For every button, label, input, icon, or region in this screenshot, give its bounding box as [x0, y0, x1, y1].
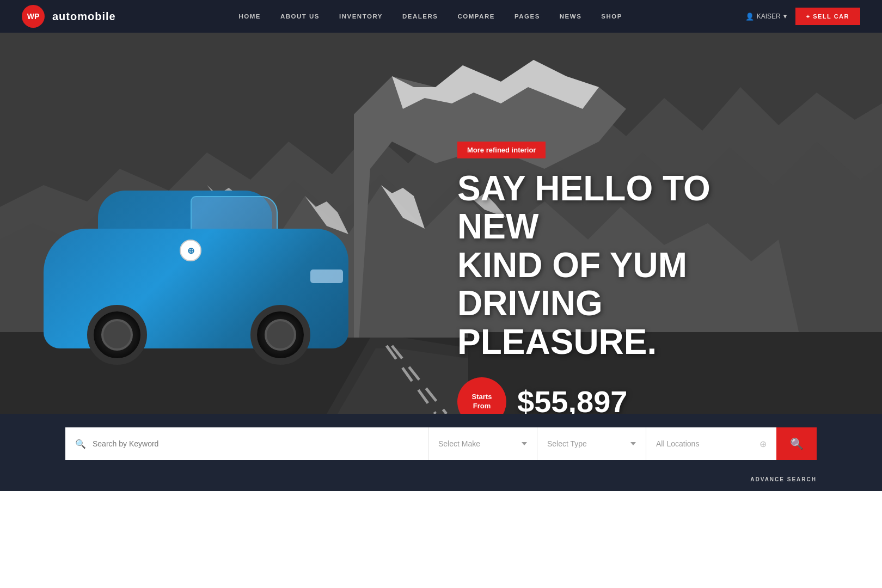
brand-name: automobile [52, 10, 116, 23]
hero-car: ⊕ [44, 163, 359, 370]
select-make-wrapper[interactable]: Select Make [428, 427, 537, 460]
nav-shop[interactable]: SHOP [601, 13, 622, 20]
nav-dealers[interactable]: DEALERS [402, 13, 438, 20]
navbar-right: 👤 KAISER ▾ + SELL CAR [745, 8, 860, 25]
navbar: WP automobile HOME ABOUT US INVENTORY DE… [0, 0, 882, 33]
starts-from-badge: Starts From [457, 377, 506, 414]
location-wrapper[interactable]: All Locations ⊕ [646, 427, 776, 460]
hero-title-line1: SAY HELLO TO NEW [457, 169, 784, 246]
sell-car-button[interactable]: + SELL CAR [795, 8, 860, 25]
logo-icon: WP [22, 5, 45, 28]
user-chevron-icon: ▾ [783, 13, 787, 20]
location-label: All Locations [656, 439, 755, 448]
hero-title: SAY HELLO TO NEW KIND OF YUM DRIVING PLE… [457, 169, 784, 361]
nav-pages[interactable]: PAGES [514, 13, 540, 20]
nav-compare[interactable]: COMPARE [457, 13, 494, 20]
hero-price: $55,897 [517, 384, 627, 414]
advance-search-row: ADVANCE SEARCH [0, 474, 882, 491]
hero-price-area: Starts From $55,897 [457, 377, 784, 414]
navbar-center: HOME ABOUT US INVENTORY DEALERS COMPARE … [238, 13, 622, 20]
select-type-wrapper[interactable]: Select Type [537, 427, 646, 460]
user-name: KAISER [757, 13, 781, 20]
hero-title-line3: DRIVING PLEASURE. [457, 284, 784, 361]
hero-badge: More refined interior [457, 142, 546, 158]
search-icon: 🔍 [75, 439, 86, 449]
user-icon: 👤 [745, 13, 754, 21]
advance-search-link[interactable]: ADVANCE SEARCH [750, 476, 817, 482]
hero-section: ⊕ More refined interior SAY HELLO TO NEW… [0, 33, 882, 414]
hero-title-line2: KIND OF YUM [457, 246, 784, 284]
user-menu[interactable]: 👤 KAISER ▾ [745, 13, 787, 21]
from-label: From [473, 402, 491, 411]
search-button-icon: 🔍 [790, 437, 804, 450]
nav-about[interactable]: ABOUT US [280, 13, 320, 20]
select-type-label: Select Type [547, 439, 626, 448]
keyword-search-wrapper[interactable]: 🔍 [65, 427, 428, 460]
hero-content: More refined interior SAY HELLO TO NEW K… [457, 142, 784, 414]
search-button[interactable]: 🔍 [776, 427, 817, 460]
search-bar-section: 🔍 Select Make Select Type All Locations … [0, 414, 882, 474]
navbar-left: WP automobile [22, 5, 116, 28]
select-type-chevron-icon [630, 442, 636, 445]
nav-inventory[interactable]: INVENTORY [339, 13, 383, 20]
nav-home[interactable]: HOME [238, 13, 261, 20]
nav-news[interactable]: NEWS [560, 13, 582, 20]
select-make-label: Select Make [438, 439, 517, 448]
select-make-chevron-icon [522, 442, 527, 445]
search-input[interactable] [93, 439, 418, 448]
location-icon: ⊕ [759, 439, 767, 449]
starts-label: Starts [472, 393, 492, 402]
